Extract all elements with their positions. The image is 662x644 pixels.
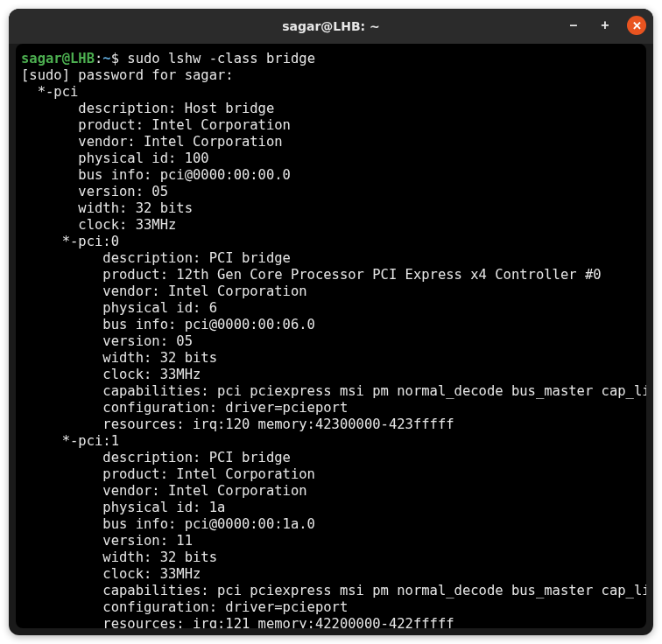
prompt-colon: :: [95, 51, 102, 66]
terminal-window: sagar@LHB: ~ – + ✕ sagar@LHB:~$ sudo lsh…: [9, 9, 653, 635]
titlebar: sagar@LHB: ~ – + ✕: [9, 9, 653, 44]
maximize-button[interactable]: +: [595, 16, 615, 35]
prompt-dollar: $: [111, 51, 128, 66]
prompt-user: sagar@LHB: [21, 51, 95, 66]
command-text: sudo lshw -class bridge: [127, 51, 315, 66]
terminal-body[interactable]: sagar@LHB:~$ sudo lshw -class bridge [su…: [16, 44, 646, 628]
minimize-button[interactable]: –: [564, 16, 583, 35]
lshw-output: *-pci description: Host bridge product: …: [21, 84, 646, 628]
sudo-password-line: [sudo] password for sagar:: [21, 67, 234, 83]
prompt-path: ~: [102, 51, 110, 66]
close-button[interactable]: ✕: [627, 16, 646, 35]
window-title: sagar@LHB: ~: [282, 19, 380, 33]
window-controls: – + ✕: [564, 16, 646, 35]
